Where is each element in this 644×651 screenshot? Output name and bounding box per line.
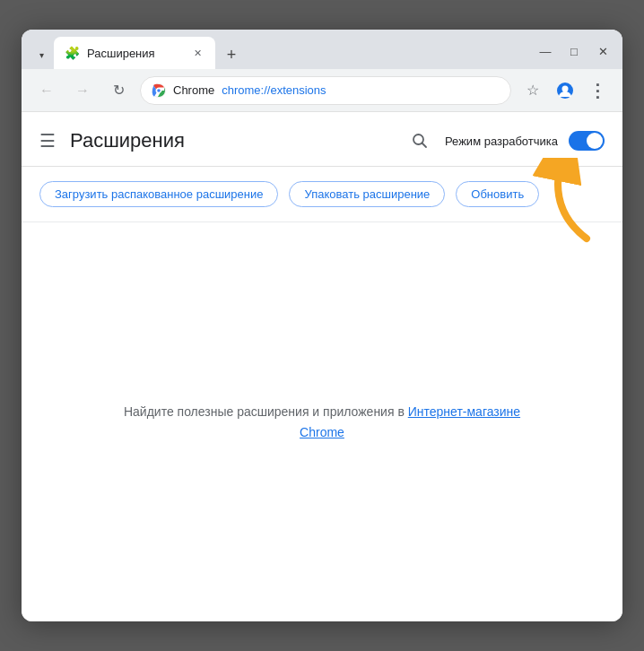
page-header: ☰ Расширения Режим разработчика	[22, 112, 622, 167]
profile-btn[interactable]	[551, 76, 579, 105]
update-btn[interactable]: Обновить	[456, 181, 539, 207]
close-btn[interactable]: ✕	[590, 39, 615, 64]
empty-text: Найдите полезные расширения и приложения…	[124, 402, 520, 442]
sidebar-menu-icon[interactable]: ☰	[39, 130, 56, 152]
tab-dropdown-btn[interactable]: ▾	[29, 40, 54, 69]
svg-point-4	[562, 85, 569, 91]
toolbar: ← → ↻ Chrome chrome://extensions ☆	[22, 69, 622, 112]
tab-title: Расширения	[87, 47, 183, 60]
toolbar-right: ☆ ⋮	[518, 76, 612, 105]
chrome-label: Chrome	[173, 83, 214, 97]
window-controls: — □ ✕	[533, 39, 615, 64]
header-right: Режим разработчика	[405, 126, 605, 155]
back-btn[interactable]: ←	[32, 76, 61, 105]
maximize-btn[interactable]: □	[561, 39, 587, 64]
refresh-btn[interactable]: ↻	[104, 76, 133, 105]
menu-btn[interactable]: ⋮	[583, 76, 612, 105]
empty-text-before-link: Найдите полезные расширения и приложения…	[124, 404, 408, 419]
new-tab-btn[interactable]: +	[219, 42, 244, 67]
page-content: ☰ Расширения Режим разработчика Загрузит…	[22, 112, 622, 621]
page-title: Расширения	[70, 129, 185, 152]
tab-area: ▾ 🧩 Расширения ✕ +	[29, 37, 526, 69]
title-bar: ▾ 🧩 Расширения ✕ + — □ ✕	[22, 30, 622, 69]
minimize-btn[interactable]: —	[533, 39, 558, 64]
tab-extensions-icon: 🧩	[65, 46, 80, 60]
action-buttons: Загрузить распакованное расширение Упако…	[22, 167, 622, 222]
profile-icon	[556, 82, 574, 100]
svg-line-6	[422, 143, 426, 148]
action-area: Загрузить распакованное расширение Упако…	[22, 167, 622, 222]
dev-mode-label: Режим разработчика	[445, 135, 558, 148]
load-unpacked-btn[interactable]: Загрузить распакованное расширение	[39, 181, 278, 207]
chrome-logo-icon	[152, 83, 166, 98]
search-btn[interactable]	[405, 126, 434, 155]
page-title-area: ☰ Расширения	[39, 129, 185, 152]
forward-btn[interactable]: →	[68, 76, 97, 105]
pack-extension-btn[interactable]: Упаковать расширение	[289, 181, 445, 207]
tab-close-btn[interactable]: ✕	[190, 46, 205, 60]
search-icon	[412, 133, 428, 149]
active-tab[interactable]: 🧩 Расширения ✕	[54, 37, 215, 69]
dev-mode-toggle[interactable]	[569, 131, 605, 151]
url-display: chrome://extensions	[222, 83, 326, 97]
empty-state: Найдите полезные расширения и приложения…	[22, 222, 622, 621]
address-bar[interactable]: Chrome chrome://extensions	[140, 76, 511, 105]
bookmark-btn[interactable]: ☆	[518, 76, 547, 105]
svg-point-2	[157, 89, 161, 92]
browser-window: ▾ 🧩 Расширения ✕ + — □ ✕ ← → ↻	[22, 30, 622, 621]
